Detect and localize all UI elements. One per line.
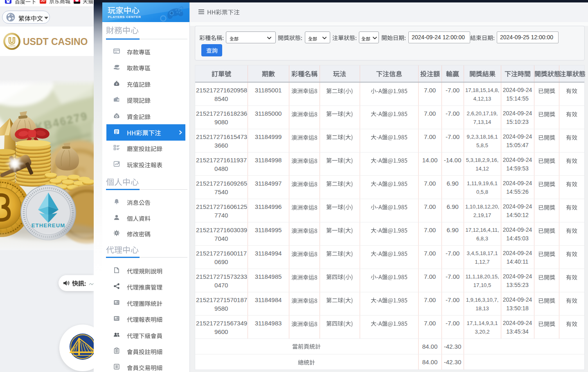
svg-text:ETHEREUM: ETHEREUM [32,222,65,229]
svg-text:CASINO: CASINO [8,45,16,47]
